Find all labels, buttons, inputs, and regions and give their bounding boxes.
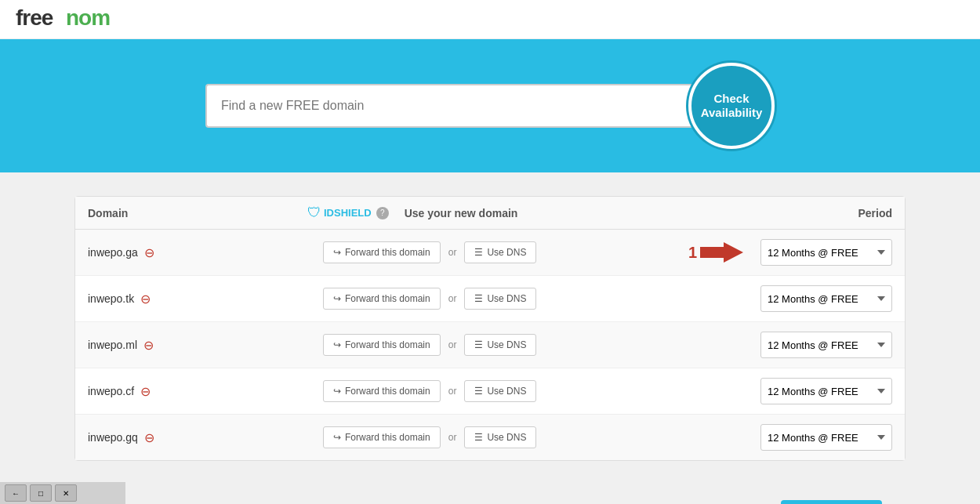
domain-name: inwepo.gq (88, 431, 138, 444)
dns-icon: ☰ (474, 339, 483, 350)
use-dns-button[interactable]: ☰ Use DNS (464, 241, 536, 263)
domain-name: inwepo.tk (88, 292, 134, 305)
domain-actions: ↪ Forward this domain or ☰ Use DNS (307, 426, 692, 448)
dns-icon: ☰ (474, 432, 483, 443)
taskbar-close-button[interactable]: ✕ (55, 484, 77, 502)
logo[interactable]: free nom (16, 3, 141, 36)
period-cell: 12 Months @ FREE 1 Month @ FREE 3 Months… (751, 332, 892, 358)
domain-name-cell: inwepo.ml ⊖ (88, 338, 307, 353)
use-dns-button[interactable]: ☰ Use DNS (464, 288, 536, 310)
or-label: or (448, 386, 457, 397)
svg-text:nom: nom (66, 5, 110, 30)
or-label: or (448, 432, 457, 443)
forward-icon: ↪ (333, 386, 341, 397)
remove-icon[interactable]: ⊖ (140, 292, 151, 306)
domain-name: inwepo.ga (88, 246, 138, 259)
idshield-badge: 🛡 IDSHIELD (307, 205, 372, 221)
domain-actions: ↪ Forward this domain or ☰ Use DNS (307, 334, 692, 356)
period-cell: 12 Months @ FREE 1 Month @ FREE 3 Months… (751, 285, 892, 312)
taskbar-maximize-button[interactable]: □ (30, 484, 52, 502)
continue-button[interactable]: Continue (781, 500, 882, 504)
idshield-area: 🛡 IDSHIELD ? (307, 205, 389, 221)
domain-results-table: Domain 🛡 IDSHIELD ? Use your new domain … (74, 196, 906, 461)
domain-actions: ↪ Forward this domain or ☰ Use DNS (307, 241, 688, 263)
forward-domain-button[interactable]: ↪ Forward this domain (323, 288, 441, 310)
period-cell: 12 Months @ FREE 1 Month @ FREE 3 Months… (751, 239, 892, 266)
domain-name-cell: inwepo.gq ⊖ (88, 430, 307, 445)
idshield-label: IDSHIELD (324, 207, 372, 219)
forward-domain-button[interactable]: ↪ Forward this domain (323, 334, 441, 356)
check-availability-button[interactable]: Check Availability (688, 63, 775, 149)
shield-icon: 🛡 (307, 205, 321, 221)
table-row: inwepo.ga ⊖ ↪ Forward this domain or ☰ U… (75, 230, 905, 276)
footer-actions: 2 Continue (74, 484, 906, 504)
domain-actions: ↪ Forward this domain or ☰ Use DNS (307, 288, 692, 310)
arrow-icon (700, 241, 743, 264)
forward-icon: ↪ (333, 293, 341, 304)
domain-name: inwepo.cf (88, 385, 134, 397)
dns-icon: ☰ (474, 247, 483, 258)
use-dns-button[interactable]: ☰ Use DNS (464, 334, 536, 356)
table-row: inwepo.cf ⊖ ↪ Forward this domain or ☰ U… (75, 368, 905, 415)
remove-icon[interactable]: ⊖ (144, 245, 154, 260)
forward-icon: ↪ (333, 247, 341, 258)
header: free nom (0, 0, 980, 39)
forward-domain-button[interactable]: ↪ Forward this domain (323, 241, 441, 263)
domain-actions: ↪ Forward this domain or ☰ Use DNS (307, 380, 692, 402)
help-icon[interactable]: ? (376, 207, 389, 219)
domain-name: inwepo.ml (88, 339, 137, 351)
period-select[interactable]: 12 Months @ FREE 1 Month @ FREE 3 Months… (760, 285, 892, 312)
remove-icon[interactable]: ⊖ (140, 384, 151, 399)
search-area: Check Availability (0, 39, 980, 172)
table-row: inwepo.gq ⊖ ↪ Forward this domain or ☰ U… (75, 415, 905, 460)
remove-icon[interactable]: ⊖ (143, 338, 154, 353)
period-cell: 12 Months @ FREE 1 Month @ FREE 3 Months… (751, 424, 892, 451)
forward-icon: ↪ (333, 339, 341, 350)
taskbar: ← □ ✕ (0, 482, 125, 504)
domain-column-header: Domain (88, 207, 307, 219)
use-domain-column-header: Use your new domain (389, 207, 751, 219)
forward-domain-button[interactable]: ↪ Forward this domain (323, 380, 441, 402)
domain-name-cell: inwepo.cf ⊖ (88, 384, 307, 399)
svg-marker-3 (700, 242, 743, 263)
domain-name-cell: inwepo.tk ⊖ (88, 292, 307, 306)
forward-icon: ↪ (333, 432, 341, 443)
or-label: or (448, 247, 457, 258)
period-select[interactable]: 12 Months @ FREE 1 Month @ FREE 3 Months… (760, 424, 892, 451)
period-column-header: Period (751, 207, 892, 219)
table-row: inwepo.ml ⊖ ↪ Forward this domain or ☰ U… (75, 322, 905, 368)
use-dns-button[interactable]: ☰ Use DNS (464, 426, 536, 448)
period-select[interactable]: 12 Months @ FREE 1 Month @ FREE 3 Months… (760, 239, 892, 266)
period-select[interactable]: 12 Months @ FREE 1 Month @ FREE 3 Months… (760, 378, 892, 404)
use-dns-button[interactable]: ☰ Use DNS (464, 380, 536, 402)
table-row: inwepo.tk ⊖ ↪ Forward this domain or ☰ U… (75, 276, 905, 322)
dns-icon: ☰ (474, 386, 483, 397)
remove-icon[interactable]: ⊖ (144, 430, 154, 445)
annotation-1: 1 (688, 241, 743, 264)
domain-search-input[interactable] (205, 84, 691, 128)
forward-domain-button[interactable]: ↪ Forward this domain (323, 426, 441, 448)
svg-text:free: free (16, 5, 53, 30)
taskbar-back-button[interactable]: ← (5, 484, 27, 502)
period-cell: 12 Months @ FREE 1 Month @ FREE 3 Months… (751, 378, 892, 404)
or-label: or (448, 339, 457, 350)
table-header: Domain 🛡 IDSHIELD ? Use your new domain … (75, 197, 905, 230)
period-select[interactable]: 12 Months @ FREE 1 Month @ FREE 3 Months… (760, 332, 892, 358)
or-label: or (448, 293, 457, 304)
dns-icon: ☰ (474, 293, 483, 304)
domain-name-cell: inwepo.ga ⊖ (88, 245, 307, 260)
